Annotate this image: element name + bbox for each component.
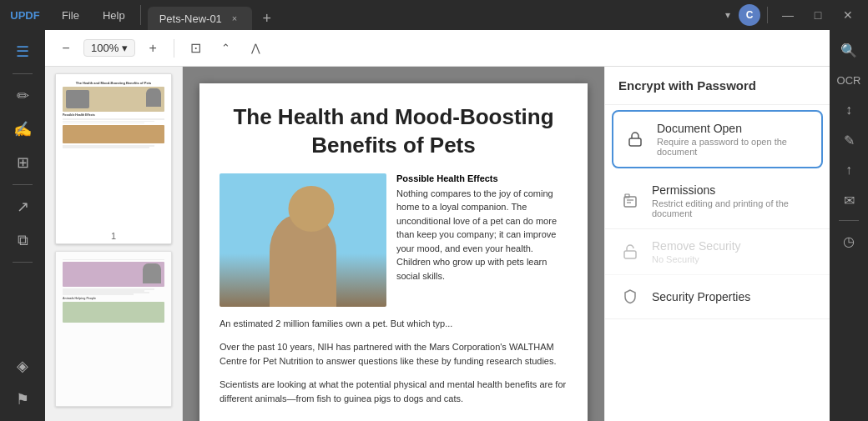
permissions-text: Permissions Restrict editing and printin… — [652, 183, 816, 218]
tab-close-button[interactable]: × — [229, 13, 240, 24]
fit-page-button[interactable]: ⊡ — [183, 36, 208, 61]
stamp-icon[interactable]: ◈ — [8, 351, 38, 381]
left-sidebar: ☰ ✏ ✍ ⊞ ↗ ⧉ ◈ ⚑ — [0, 30, 45, 421]
convert-icon[interactable]: ↕ — [835, 97, 862, 123]
document-viewer[interactable]: The Health and Mood-Boosting Benefits of… — [183, 67, 604, 421]
section-heading: Possible Health Effects — [396, 173, 568, 183]
page-thumbnail-2[interactable]: Animals Helping People — [55, 251, 172, 407]
document-open-title: Document Open — [657, 122, 811, 135]
mail-icon[interactable]: ✉ — [835, 187, 862, 213]
minimize-button[interactable]: — — [775, 5, 801, 25]
panel-header: Encrypt with Password — [605, 67, 830, 105]
remove-security-text: Remove Security No Security — [652, 239, 816, 264]
document-page: The Health and Mood-Boosting Benefits of… — [199, 83, 588, 421]
divider — [767, 7, 768, 23]
maximize-button[interactable]: □ — [805, 5, 831, 25]
sidebar-divider-2 — [13, 184, 33, 185]
doc-paragraph-4: Scientists are looking at what the poten… — [220, 378, 568, 405]
history-icon[interactable]: ◷ — [835, 228, 862, 254]
zoom-out-button[interactable]: − — [53, 36, 78, 61]
remove-security-icon — [618, 240, 642, 263]
search-icon[interactable]: 🔍 — [835, 37, 862, 63]
menu-file[interactable]: File — [50, 0, 91, 30]
thumb-img-1 — [63, 87, 164, 112]
right-sidebar: 🔍 OCR ↕ ✎ ↑ ✉ ◷ — [830, 30, 868, 421]
doc-paragraph-1: Nothing compares to the joy of coming ho… — [396, 187, 568, 283]
app-logo: UPDF — [0, 9, 50, 22]
tab-add-button[interactable]: + — [255, 7, 279, 30]
svg-rect-1 — [624, 197, 636, 207]
sidebar-divider-3 — [13, 262, 33, 263]
lock-icon — [623, 128, 647, 151]
tab-label: Pets-New-01 — [159, 13, 222, 25]
tab-pets[interactable]: Pets-New-01 × — [148, 7, 252, 30]
doc-paragraph-2: An estimated 2 million families own a pe… — [220, 317, 568, 331]
page-number-1: 1 — [56, 228, 171, 243]
zoom-selector[interactable]: 100% ▾ — [83, 39, 135, 57]
cat-head — [289, 186, 335, 232]
sidebar-divider-1 — [13, 73, 33, 74]
thumb-img-4 — [63, 302, 164, 323]
document-open-subtitle: Require a password to open the document — [657, 137, 811, 157]
avatar[interactable]: C — [739, 4, 760, 26]
permissions-icon — [618, 189, 642, 213]
remove-security-title: Remove Security — [652, 239, 816, 253]
svg-rect-5 — [624, 251, 636, 258]
menu-item-security-properties[interactable]: Security Properties — [605, 275, 830, 319]
zoom-in-button[interactable]: + — [140, 36, 165, 61]
thumbnail-image-1: The Health and Mood-Boosting Benefits of… — [56, 74, 171, 228]
menu-item-document-open[interactable]: Document Open Require a password to open… — [612, 110, 823, 168]
document-open-text: Document Open Require a password to open… — [657, 122, 811, 157]
security-properties-text: Security Properties — [652, 290, 816, 303]
svg-rect-0 — [629, 138, 641, 146]
thumb-img-3 — [63, 262, 164, 287]
permissions-title: Permissions — [652, 183, 816, 197]
fit-width-button[interactable]: ⌃ — [213, 36, 238, 61]
remove-security-subtitle: No Security — [652, 254, 816, 264]
toolbar: − 100% ▾ + ⊡ ⌃ ⋀ — [45, 30, 830, 67]
export-icon[interactable]: ↗ — [8, 192, 38, 222]
bookmark-icon[interactable]: ⚑ — [8, 384, 38, 414]
pages-icon[interactable]: ⊞ — [8, 148, 38, 178]
edit-icon[interactable]: ✏ — [8, 81, 38, 111]
window-dropdown[interactable]: ▾ — [720, 6, 735, 24]
content-area: The Health and Mood-Boosting Benefits of… — [45, 67, 830, 421]
right-sidebar-divider — [839, 220, 859, 221]
ocr-icon[interactable]: OCR — [835, 67, 862, 93]
security-properties-icon — [618, 285, 642, 308]
zoom-dropdown-icon: ▾ — [122, 42, 128, 54]
share-icon[interactable]: ↑ — [835, 157, 862, 183]
doc-cat-image — [220, 173, 386, 307]
annotate-icon[interactable]: ✍ — [8, 114, 38, 144]
menu-help[interactable]: Help — [91, 0, 137, 30]
thumb-img-2 — [63, 125, 164, 143]
close-button[interactable]: ✕ — [835, 5, 861, 25]
separator — [140, 5, 141, 25]
tabs-area: Pets-New-01 × + — [148, 0, 720, 30]
titlebar: UPDF File Help Pets-New-01 × + ▾ C — □ ✕ — [0, 0, 868, 30]
encrypt-panel: Encrypt with Password Document Open Requ… — [604, 67, 830, 421]
scroll-up-button[interactable]: ⋀ — [243, 36, 268, 61]
thumbnail-panel[interactable]: The Health and Mood-Boosting Benefits of… — [45, 67, 183, 421]
page-thumbnail-1[interactable]: The Health and Mood-Boosting Benefits of… — [55, 73, 172, 244]
doc-section: Possible Health Effects Nothing compares… — [396, 173, 568, 307]
security-properties-title: Security Properties — [652, 290, 816, 303]
thumb-content-1: The Health and Mood-Boosting Benefits of… — [59, 78, 168, 152]
menu-item-remove-security[interactable]: Remove Security No Security — [605, 229, 830, 275]
doc-image-row: Possible Health Effects Nothing compares… — [220, 173, 568, 307]
document-title: The Health and Mood-Boosting Benefits of… — [220, 103, 568, 160]
thumbnail-image-2: Animals Helping People — [56, 252, 171, 406]
toolbar-separator-1 — [174, 39, 174, 58]
document-icon[interactable]: ☰ — [8, 37, 38, 67]
edit2-icon[interactable]: ✎ — [835, 127, 862, 153]
layers-icon[interactable]: ⧉ — [8, 225, 38, 255]
thumb-content-2: Animals Helping People — [59, 255, 168, 328]
menu-bar: File Help — [50, 0, 137, 30]
permissions-subtitle: Restrict editing and printing of the doc… — [652, 198, 816, 218]
menu-item-permissions[interactable]: Permissions Restrict editing and printin… — [605, 173, 830, 229]
main-area: ☰ ✏ ✍ ⊞ ↗ ⧉ ◈ ⚑ − 100% ▾ + ⊡ ⌃ ⋀ — [0, 30, 868, 421]
zoom-value: 100% — [91, 42, 119, 54]
doc-paragraph-3: Over the past 10 years, NIH has partnere… — [220, 340, 568, 368]
titlebar-right: ▾ C — □ ✕ — [720, 4, 868, 26]
